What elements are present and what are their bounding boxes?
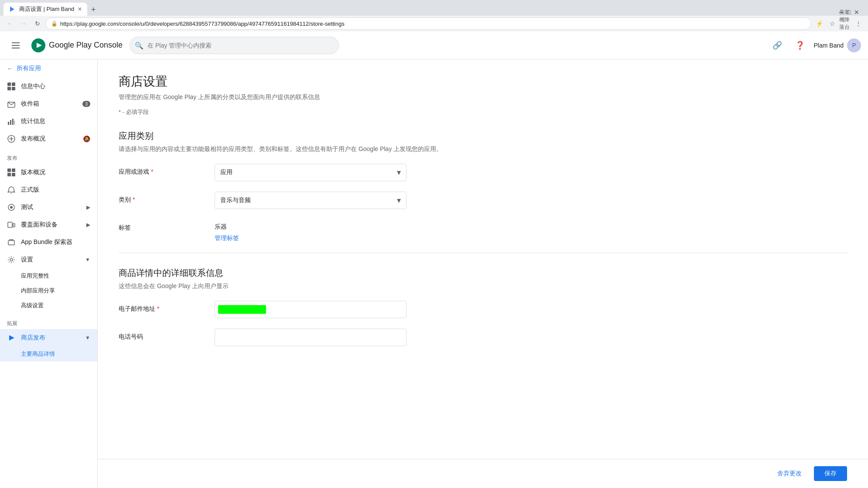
app-or-game-row: 应用或游戏 * 应用 ▾ bbox=[119, 164, 847, 181]
sidebar-item-inbox[interactable]: 收件箱 3 bbox=[0, 95, 97, 113]
sidebar-item-statistics[interactable]: 统计信息 bbox=[0, 113, 97, 130]
tab-favicon bbox=[9, 6, 16, 13]
tags-row: 标签 乐器 管理标签 bbox=[119, 220, 847, 242]
back-icon: ← bbox=[7, 65, 13, 72]
advanced-settings-label: 高级设置 bbox=[21, 302, 44, 309]
sidebar-item-settings[interactable]: 设置 ▼ bbox=[0, 251, 97, 268]
inbox-badge: 3 bbox=[82, 101, 90, 107]
app-category-title: 应用类别 bbox=[119, 130, 847, 142]
window-close[interactable]: ✕ bbox=[854, 9, 859, 16]
page-title: 商店设置 bbox=[119, 73, 847, 90]
reload-button[interactable]: ↻ bbox=[31, 17, 44, 30]
tab-close-button[interactable]: ✕ bbox=[78, 6, 82, 12]
test-label: 测试 bbox=[21, 203, 33, 211]
svg-rect-8 bbox=[7, 87, 11, 90]
release-label: 正式版 bbox=[21, 186, 39, 194]
help-icon[interactable]: ❓ bbox=[791, 37, 809, 54]
search-icon: 🔍 bbox=[135, 41, 144, 49]
sidebar-sub-item-app-completeness[interactable]: 应用完整性 bbox=[0, 268, 97, 283]
app-category-description: 请选择与应用的内容或主要功能最相符的应用类型、类别和标签。这些信息有助于用户在 … bbox=[119, 145, 847, 153]
svg-point-28 bbox=[10, 258, 13, 261]
app-or-game-dropdown[interactable]: 应用 ▾ bbox=[215, 164, 407, 181]
section-divider bbox=[119, 253, 847, 253]
menu-button[interactable] bbox=[7, 37, 24, 54]
svg-marker-29 bbox=[9, 335, 14, 340]
test-icon bbox=[7, 203, 16, 212]
svg-rect-13 bbox=[12, 119, 14, 125]
settings-expand-icon: ▼ bbox=[85, 257, 90, 263]
store-play-icon bbox=[7, 333, 16, 342]
page-subtitle: 管理您的应用在 Google Play 上所属的分类以及您面向用户提供的联系信息 bbox=[119, 93, 847, 101]
grid-icon bbox=[7, 82, 16, 91]
manage-tags-link[interactable]: 管理标签 bbox=[215, 234, 239, 242]
sidebar-item-publish-overview[interactable]: 发布概况 🔕 bbox=[0, 130, 97, 148]
header-right: 🔗 ❓ Plam Band P bbox=[769, 37, 861, 54]
svg-rect-27 bbox=[8, 241, 14, 245]
sidebar-sub-item-internal-share[interactable]: 内部应用分享 bbox=[0, 283, 97, 298]
sidebar-sub-item-main-product[interactable]: 主要商品详情 bbox=[0, 347, 97, 361]
app-bundle-label: App Bundle 探索器 bbox=[21, 238, 72, 246]
category-dropdown[interactable]: 音乐与音频 ▾ bbox=[215, 192, 407, 209]
user-name: Plam Band bbox=[814, 42, 844, 49]
svg-rect-26 bbox=[13, 223, 15, 227]
internal-share-label: 内部应用分享 bbox=[21, 287, 55, 295]
forward-button[interactable]: → bbox=[17, 17, 30, 30]
svg-rect-21 bbox=[12, 173, 15, 176]
version-overview-label: 版本概况 bbox=[21, 168, 45, 176]
new-tab-button[interactable]: + bbox=[87, 3, 99, 16]
email-label: 电子邮件地址 * bbox=[119, 301, 215, 313]
email-green-indicator bbox=[218, 305, 266, 314]
avatar[interactable]: P bbox=[847, 38, 861, 52]
category-field: 音乐与音频 ▾ bbox=[215, 192, 407, 209]
expand-section-label: 拓展 bbox=[0, 313, 97, 329]
address-bar[interactable]: 🔒 https://play.google.com/console/u/0/de… bbox=[45, 17, 811, 30]
news-icon[interactable]: 美軍機降落台灣 bbox=[839, 17, 851, 30]
link-icon[interactable]: 🔗 bbox=[769, 37, 786, 54]
search-input[interactable] bbox=[130, 37, 339, 54]
email-input-container bbox=[215, 301, 407, 318]
sidebar-item-cover-devices[interactable]: 覆盖面和设备 ▶ bbox=[0, 216, 97, 234]
category-label: 类别 * bbox=[119, 192, 215, 204]
info-center-label: 信息中心 bbox=[21, 82, 45, 90]
contact-section-title: 商品详情中的详细联系信息 bbox=[119, 267, 847, 279]
more-icon[interactable]: ⋮ bbox=[852, 17, 865, 30]
mute-icon: 🔕 bbox=[83, 135, 90, 142]
tags-label: 标签 bbox=[119, 220, 215, 232]
back-button[interactable]: ← bbox=[3, 17, 16, 30]
bundle-icon bbox=[7, 238, 16, 247]
browser-right-icons: ⚡ ☆ 美軍機降落台灣 ⋮ bbox=[813, 17, 865, 30]
active-tab[interactable]: 商店设置 | Plam Band ✕ bbox=[3, 3, 87, 16]
sidebar-item-app-bundle[interactable]: App Bundle 探索器 bbox=[0, 234, 97, 251]
svg-rect-9 bbox=[12, 87, 15, 90]
sidebar-sub-item-advanced-settings[interactable]: 高级设置 bbox=[0, 298, 97, 313]
star-icon[interactable]: ☆ bbox=[826, 17, 838, 30]
svg-rect-3 bbox=[12, 48, 20, 48]
sidebar-item-version-overview[interactable]: 版本概况 bbox=[0, 164, 97, 181]
svg-rect-19 bbox=[12, 168, 15, 172]
header-search: 🔍 bbox=[130, 37, 339, 54]
header-title: Google Play Console bbox=[49, 41, 123, 50]
gear-icon bbox=[7, 255, 16, 264]
email-field-wrap bbox=[215, 301, 407, 318]
discard-button[interactable]: 舍弃更改 bbox=[770, 466, 809, 481]
header-user[interactable]: Plam Band P bbox=[814, 38, 861, 52]
svg-point-24 bbox=[10, 206, 13, 209]
sidebar-item-info-center[interactable]: 信息中心 bbox=[0, 78, 97, 95]
inbox-label: 收件箱 bbox=[21, 100, 39, 108]
lock-icon: 🔒 bbox=[51, 21, 58, 27]
category-row: 类别 * 音乐与音频 ▾ bbox=[119, 192, 847, 209]
lightning-icon[interactable]: ⚡ bbox=[813, 17, 825, 30]
sidebar-item-release[interactable]: 正式版 bbox=[0, 181, 97, 199]
sidebar-item-test[interactable]: 测试 ▶ bbox=[0, 199, 97, 216]
phone-field-wrap bbox=[215, 329, 407, 346]
publish-icon bbox=[7, 134, 16, 143]
main-product-label: 主要商品详情 bbox=[21, 350, 55, 358]
browser-toolbar: ← → ↻ 🔒 https://play.google.com/console/… bbox=[0, 16, 868, 31]
test-expand-icon: ▶ bbox=[86, 204, 90, 210]
sidebar-item-store-publish[interactable]: 商店发布 ▼ bbox=[0, 329, 97, 347]
publish-section-label: 发布 bbox=[0, 148, 97, 164]
back-to-apps-button[interactable]: ← 所有应用 bbox=[0, 59, 97, 78]
save-button[interactable]: 保存 bbox=[814, 466, 847, 481]
phone-input[interactable] bbox=[215, 329, 407, 346]
svg-rect-1 bbox=[12, 42, 20, 43]
